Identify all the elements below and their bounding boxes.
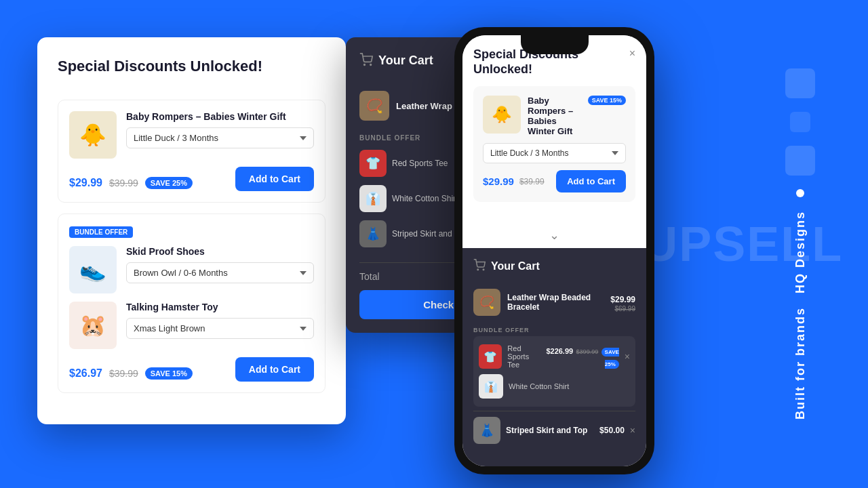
phone-screen: Special Discounts Unlocked! × 🐥 Baby Rom… bbox=[462, 35, 646, 466]
mobile-save-badge: SAVE 15% bbox=[588, 96, 626, 105]
save-badge-baby-rompers: SAVE 25% bbox=[145, 177, 193, 189]
desktop-modal: Special Discounts Unlocked! 🐥 Baby Rompe… bbox=[37, 37, 346, 424]
bundle-save-badge: SAVE 15% bbox=[145, 367, 193, 380]
price-old-baby-rompers: $39.99 bbox=[109, 178, 138, 188]
cart-striped-image: 👗 bbox=[359, 220, 387, 247]
remove-striped-button[interactable]: × bbox=[630, 425, 635, 436]
mobile-bundle-row-shirt: 👔 White Cotton Shirt bbox=[479, 371, 630, 401]
svg-point-0 bbox=[364, 64, 366, 65]
white-dot bbox=[796, 189, 804, 197]
mobile-bundle-price-old-tee: $399.99 bbox=[576, 348, 599, 355]
remove-tee-button[interactable]: × bbox=[625, 351, 630, 362]
bundle-price-old: $39.99 bbox=[109, 368, 138, 379]
cart-total-label: Total bbox=[359, 271, 380, 282]
product-image-baby-rompers: 🐥 bbox=[69, 111, 117, 159]
mobile-bundle-image-shirt: 👔 bbox=[479, 374, 503, 399]
svg-point-2 bbox=[477, 269, 479, 270]
product-card-baby-rompers: 🐥 Baby Rompers – Babies Winter Gift Litt… bbox=[58, 100, 326, 203]
mobile-cart-name-bracelet: Leather Wrap Beaded Bracelet bbox=[507, 293, 604, 312]
mobile-bundle-name-shirt: White Cotton Shirt bbox=[509, 382, 630, 390]
cart-bundle-image-shirt: 👔 bbox=[359, 185, 387, 212]
mobile-product-image: 🐥 bbox=[483, 96, 521, 134]
mobile-discounts-section: Special Discounts Unlocked! × 🐥 Baby Rom… bbox=[462, 35, 646, 222]
mobile-chevron-icon: ⌄ bbox=[462, 222, 646, 248]
phone-content: Special Discounts Unlocked! × 🐥 Baby Rom… bbox=[462, 35, 646, 466]
add-to-cart-bundle[interactable]: Add to Cart bbox=[235, 357, 314, 382]
mobile-add-to-cart[interactable]: Add to Cart bbox=[556, 170, 626, 192]
mobile-cart-price-old-bracelet: $69.99 bbox=[610, 305, 635, 312]
mobile-cart-icon bbox=[473, 259, 486, 274]
mobile-striped-item: 👗 Striped Skirt and Top $50.00 × bbox=[473, 411, 635, 449]
mobile-striped-image: 👗 bbox=[473, 417, 500, 444]
decor-square-2 bbox=[790, 112, 810, 132]
product-name-hamster: Talking Hamster Toy bbox=[126, 302, 314, 312]
cart-bundle-image-tee: 👕 bbox=[359, 150, 387, 177]
right-sidebar: HQ Designs Built for brands bbox=[732, 0, 868, 488]
decor-square-1 bbox=[785, 68, 815, 98]
svg-point-3 bbox=[483, 269, 484, 270]
cart-item-image-bracelet: 📿 bbox=[359, 91, 389, 121]
product-variant-select-baby-rompers[interactable]: Little Duck / 3 Months Little Duck / 6 M… bbox=[126, 127, 314, 148]
product-image-shoes: 👟 bbox=[69, 246, 117, 293]
mobile-bundle-name-tee: Red Sports Tee bbox=[507, 344, 529, 369]
mobile-bundle-price-tee: $226.99 bbox=[546, 347, 573, 355]
mobile-bundle-row-tee: 👕 Red Sports Tee $226.99 $399.99 SAVE 25… bbox=[479, 342, 630, 371]
product-variant-select-shoes[interactable]: Brown Owl / 0-6 Months Brown Owl / 6-12 … bbox=[126, 262, 314, 283]
mobile-cart-image-bracelet: 📿 bbox=[473, 289, 500, 316]
product-name-baby-rompers: Baby Rompers – Babies Winter Gift bbox=[126, 111, 314, 122]
built-for-brands-label: Built for brands bbox=[793, 307, 808, 420]
bundle-price-new: $26.97 bbox=[69, 367, 102, 380]
phone-notch bbox=[521, 35, 589, 54]
bundle-badge: BUNDLE OFFER bbox=[69, 226, 133, 238]
cart-icon bbox=[359, 53, 373, 69]
mobile-cart-title: Your Cart bbox=[491, 260, 540, 272]
mobile-product-card: 🐥 Baby Rompers – Babies Winter Gift SAVE… bbox=[473, 86, 635, 202]
hq-designs-label: HQ Designs bbox=[793, 211, 808, 293]
mobile-bundle-image-tee: 👕 bbox=[479, 344, 502, 369]
mobile-striped-price: $50.00 bbox=[599, 426, 625, 435]
mobile-bundle-label: BUNDLE OFFER bbox=[473, 321, 635, 336]
mobile-product-name: Baby Rompers – Babies Winter Gift bbox=[528, 96, 583, 136]
add-to-cart-baby-rompers[interactable]: Add to Cart bbox=[235, 167, 314, 191]
mobile-bundle-items-container: 👕 Red Sports Tee $226.99 $399.99 SAVE 25… bbox=[473, 336, 635, 407]
product-card-bundle: BUNDLE OFFER 👟 Skid Proof Shoes Brown Ow… bbox=[58, 214, 326, 393]
mobile-cart-section: Your Cart 📿 Leather Wrap Beaded Bracelet… bbox=[462, 248, 646, 466]
product-image-hamster: 🐹 bbox=[69, 302, 117, 349]
product-name-shoes: Skid Proof Shoes bbox=[126, 246, 314, 257]
cart-title: Your Cart bbox=[378, 54, 433, 68]
mobile-cart-price-bracelet: $29.99 bbox=[610, 295, 635, 304]
mobile-product-select[interactable]: Little Duck / 3 Months bbox=[483, 143, 626, 163]
decor-square-3 bbox=[785, 146, 815, 176]
desktop-modal-title: Special Discounts Unlocked! bbox=[58, 58, 262, 75]
phone-frame: Special Discounts Unlocked! × 🐥 Baby Rom… bbox=[454, 27, 654, 474]
mobile-striped-name: Striped Skirt and Top bbox=[506, 426, 594, 435]
mobile-price-old: $39.99 bbox=[519, 177, 545, 186]
svg-point-1 bbox=[370, 64, 372, 65]
mobile-cart-item-bracelet: 📿 Leather Wrap Beaded Bracelet $29.99 $6… bbox=[473, 283, 635, 321]
mobile-bundle-save-badge: SAVE 25% bbox=[601, 348, 619, 369]
price-new-baby-rompers: $29.99 bbox=[69, 177, 102, 189]
mobile-close-button[interactable]: × bbox=[629, 47, 635, 60]
product-variant-select-hamster[interactable]: Xmas Light Brown Xmas Dark Brown bbox=[126, 318, 314, 339]
mobile-price-new: $29.99 bbox=[483, 176, 514, 187]
